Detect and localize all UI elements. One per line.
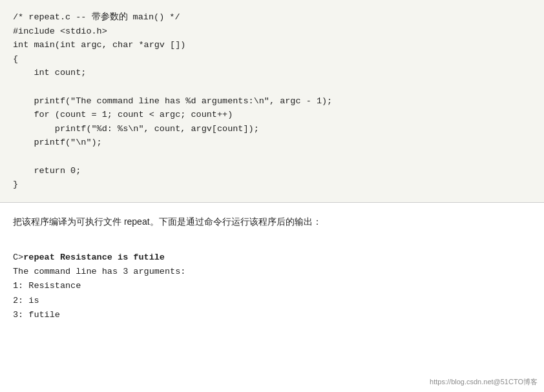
- code-line-1: /* repeat.c -- 带参数的 main() */: [13, 12, 180, 22]
- code-line-9: printf("%d: %s\n", count, argv[count]);: [13, 124, 259, 134]
- page-container: /* repeat.c -- 带参数的 main() */ #include <…: [0, 0, 544, 344]
- output-line-1: C>repeat Resistance is futile: [13, 253, 165, 262]
- watermark: https://blog.csdn.net@51CTO博客: [430, 377, 538, 387]
- text-section: 把该程序编译为可执行文件 repeat。下面是通过命令行运行该程序后的输出： C…: [0, 203, 544, 345]
- watermark-url: https://blog.csdn.net: [430, 378, 493, 386]
- code-line-8: for (count = 1; count < argc; count++): [13, 110, 233, 119]
- code-line-6: [13, 82, 18, 92]
- code-line-12: return 0;: [13, 166, 81, 176]
- code-line-13: }: [13, 180, 18, 189]
- output-line-4: 2: is: [13, 296, 39, 305]
- output-block: C>repeat Resistance is futile The comman…: [13, 236, 531, 337]
- code-section: /* repeat.c -- 带参数的 main() */ #include <…: [0, 0, 544, 203]
- description-text: 把该程序编译为可执行文件 repeat。下面是通过命令行运行该程序后的输出：: [13, 214, 531, 230]
- code-line-5: int count;: [13, 68, 86, 77]
- code-line-4: {: [13, 54, 18, 64]
- code-line-10: printf("\n");: [13, 138, 102, 147]
- code-line-11: [13, 152, 18, 161]
- output-line-3: 1: Resistance: [13, 281, 81, 291]
- code-line-2: #include <stdio.h>: [13, 26, 107, 36]
- code-line-3: int main(int argc, char *argv []): [13, 40, 185, 50]
- command-bold: repeat Resistance is futile: [23, 253, 165, 262]
- code-block: /* repeat.c -- 带参数的 main() */ #include <…: [13, 10, 531, 192]
- output-line-5: 3: futile: [13, 310, 60, 320]
- watermark-suffix: @51CTO博客: [494, 378, 538, 386]
- code-line-7: printf("The command line has %d argument…: [13, 96, 332, 106]
- output-line-2: The command line has 3 arguments:: [13, 267, 185, 276]
